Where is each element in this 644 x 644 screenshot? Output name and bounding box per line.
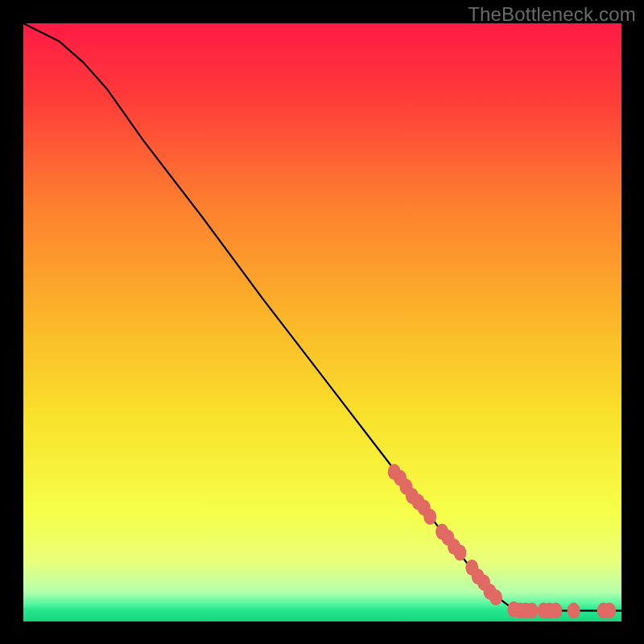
chart-container: TheBottleneck.com	[0, 0, 644, 644]
plot-area	[23, 23, 621, 621]
watermark-text: TheBottleneck.com	[468, 3, 636, 26]
